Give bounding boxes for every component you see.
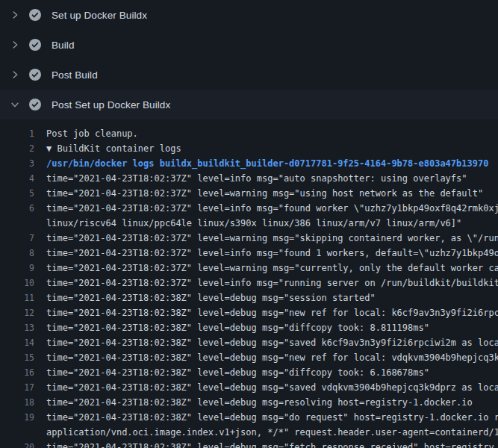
- line-number: [0, 425, 34, 440]
- log-text: time="2021-04-23T18:02:37Z" level=warnin…: [34, 261, 498, 276]
- log-text: time="2021-04-23T18:02:38Z" level=debug …: [34, 320, 498, 335]
- line-number: 18: [0, 395, 34, 410]
- log-text: time="2021-04-23T18:02:37Z" level=warnin…: [34, 186, 498, 201]
- line-number: 11: [0, 290, 34, 305]
- log-line: 14time="2021-04-23T18:02:38Z" level=debu…: [0, 335, 498, 350]
- log-line: 18time="2021-04-23T18:02:38Z" level=debu…: [0, 395, 498, 410]
- log-text: time="2021-04-23T18:02:38Z" level=debug …: [34, 410, 498, 425]
- step-label: Post Set up Docker Buildx: [52, 99, 170, 111]
- log-line: 4time="2021-04-23T18:02:37Z" level=info …: [0, 171, 498, 186]
- log-text: time="2021-04-23T18:02:37Z" level=info m…: [34, 276, 498, 290]
- step-row-set-up-docker-buildx[interactable]: Set up Docker Buildx: [0, 0, 498, 30]
- log-line: 10time="2021-04-23T18:02:37Z" level=info…: [0, 276, 498, 290]
- log-text: linux/riscv64 linux/ppc64le linux/s390x …: [34, 216, 498, 231]
- chevron-down-icon[interactable]: [9, 99, 21, 111]
- step-row-build[interactable]: Build: [0, 30, 498, 60]
- log-line: 17time="2021-04-23T18:02:38Z" level=debu…: [0, 380, 498, 395]
- line-number: 10: [0, 276, 34, 290]
- line-number: 16: [0, 365, 34, 380]
- log-group-toggle[interactable]: ▼ BuildKit container logs: [34, 141, 498, 156]
- log-line: 1Post job cleanup.: [0, 126, 498, 141]
- log-line: 13time="2021-04-23T18:02:38Z" level=debu…: [0, 320, 498, 335]
- log-line: 8time="2021-04-23T18:02:37Z" level=info …: [0, 246, 498, 261]
- log-text: time="2021-04-23T18:02:38Z" level=debug …: [34, 350, 498, 365]
- line-number: 2: [0, 141, 34, 156]
- log-text: time="2021-04-23T18:02:38Z" level=debug …: [34, 395, 498, 410]
- line-number: 13: [0, 320, 34, 335]
- log-line: 20time="2021-04-23T18:02:38Z" level=debu…: [0, 440, 498, 448]
- line-number: 19: [0, 410, 34, 425]
- log-line: 11time="2021-04-23T18:02:38Z" level=debu…: [0, 290, 498, 305]
- log-line: application/vnd.oci.image.index.v1+json,…: [0, 425, 498, 440]
- actions-log-viewer: Set up Docker BuildxBuildPost BuildPost …: [0, 0, 498, 448]
- log-text: time="2021-04-23T18:02:37Z" level=info m…: [34, 201, 498, 216]
- line-number: 1: [0, 126, 34, 141]
- log-line: 5time="2021-04-23T18:02:37Z" level=warni…: [0, 186, 498, 201]
- log-text: time="2021-04-23T18:02:37Z" level=info m…: [34, 171, 498, 186]
- line-number: 8: [0, 246, 34, 261]
- log-output: 1Post job cleanup.2▼ BuildKit container …: [0, 119, 498, 448]
- line-number: 15: [0, 350, 34, 365]
- log-text: time="2021-04-23T18:02:38Z" level=debug …: [34, 440, 498, 448]
- step-label: Build: [52, 40, 75, 51]
- log-line: 2▼ BuildKit container logs: [0, 141, 498, 156]
- log-text: time="2021-04-23T18:02:38Z" level=debug …: [34, 290, 498, 305]
- log-text: time="2021-04-23T18:02:38Z" level=debug …: [34, 365, 498, 380]
- step-label: Set up Docker Buildx: [52, 10, 147, 21]
- log-text: time="2021-04-23T18:02:38Z" level=debug …: [34, 305, 498, 320]
- line-number: 17: [0, 380, 34, 395]
- line-number: [0, 216, 34, 231]
- step-row-post-build[interactable]: Post Build: [0, 60, 498, 90]
- log-line-command: 3/usr/bin/docker logs buildx_buildkit_bu…: [0, 156, 498, 171]
- log-line: 15time="2021-04-23T18:02:38Z" level=debu…: [0, 350, 498, 365]
- check-circle-icon: [29, 99, 41, 111]
- line-number: 5: [0, 186, 34, 201]
- line-number: 9: [0, 261, 34, 276]
- chevron-right-icon[interactable]: [9, 39, 21, 51]
- check-circle-icon: [29, 69, 41, 81]
- steps-list: Set up Docker BuildxBuildPost BuildPost …: [0, 0, 498, 119]
- log-text: application/vnd.oci.image.index.v1+json,…: [34, 425, 498, 440]
- line-number: 12: [0, 305, 34, 320]
- log-text: /usr/bin/docker logs buildx_buildkit_bui…: [34, 156, 498, 171]
- check-circle-icon: [29, 39, 41, 51]
- log-text: time="2021-04-23T18:02:37Z" level=warnin…: [34, 231, 498, 246]
- log-line: 16time="2021-04-23T18:02:38Z" level=debu…: [0, 365, 498, 380]
- line-number: 3: [0, 156, 34, 171]
- line-number: 14: [0, 335, 34, 350]
- line-number: 20: [0, 440, 34, 448]
- log-text: time="2021-04-23T18:02:37Z" level=info m…: [34, 246, 498, 261]
- log-line: linux/riscv64 linux/ppc64le linux/s390x …: [0, 216, 498, 231]
- log-text: time="2021-04-23T18:02:38Z" level=debug …: [34, 380, 498, 395]
- log-text: time="2021-04-23T18:02:38Z" level=debug …: [34, 335, 498, 350]
- log-line: 9time="2021-04-23T18:02:37Z" level=warni…: [0, 261, 498, 276]
- step-row-post-set-up-docker-buildx[interactable]: Post Set up Docker Buildx: [0, 90, 498, 119]
- chevron-right-icon[interactable]: [9, 9, 21, 21]
- log-line: 6time="2021-04-23T18:02:37Z" level=info …: [0, 201, 498, 216]
- check-circle-icon: [29, 9, 41, 21]
- log-text: Post job cleanup.: [34, 126, 498, 141]
- log-line: 12time="2021-04-23T18:02:38Z" level=debu…: [0, 305, 498, 320]
- chevron-right-icon[interactable]: [9, 69, 21, 81]
- log-line: 19time="2021-04-23T18:02:38Z" level=debu…: [0, 410, 498, 425]
- line-number: 6: [0, 201, 34, 216]
- step-label: Post Build: [52, 69, 98, 81]
- line-number: 7: [0, 231, 34, 246]
- line-number: 4: [0, 171, 34, 186]
- log-line: 7time="2021-04-23T18:02:37Z" level=warni…: [0, 231, 498, 246]
